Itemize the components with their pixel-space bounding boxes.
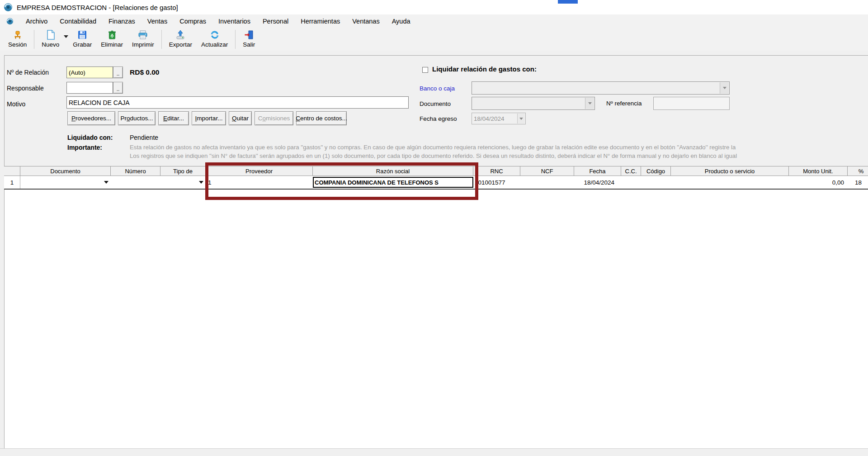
table-row: 1 1 COMPANIA DOMINICANA DE TELEFONOS S 1…	[4, 176, 868, 189]
centro-de-costos-button[interactable]: Centro de costos...	[296, 111, 347, 125]
responsable-input[interactable]	[66, 82, 113, 94]
ncf-cell[interactable]	[520, 176, 574, 189]
session-button[interactable]: Sesión	[4, 28, 31, 51]
responsable-label: Responsable	[7, 85, 44, 92]
menu-contabilidad[interactable]: Contabilidad	[60, 18, 96, 25]
tipo-de-cell[interactable]	[160, 176, 206, 189]
col-header-fecha: Fecha	[574, 166, 621, 176]
selected-cell-highlight: COMPANIA DOMINICANA DE TELEFONOS S	[313, 177, 473, 188]
proveedores-button[interactable]: Proveedores...	[67, 111, 115, 125]
menu-ayuda[interactable]: Ayuda	[392, 18, 410, 25]
itbis-pct-cell[interactable]: 18	[848, 176, 868, 189]
monto-unit-cell-value: 0,00	[832, 179, 844, 186]
importante-note-line1: Esta relación de gastos no afecta invent…	[130, 144, 868, 151]
productos-button[interactable]: Productos...	[118, 111, 156, 125]
relacion-lookup-button[interactable]: ..	[113, 66, 123, 78]
col-header-tipo-de: Tipo de	[160, 166, 206, 176]
documento-select[interactable]	[472, 97, 595, 110]
session-key-icon	[12, 29, 23, 40]
toolbar: Sesión Nuevo Grabar	[0, 28, 868, 51]
save-label: Grabar	[73, 41, 92, 48]
exit-button[interactable]: Salir	[238, 28, 259, 51]
editar-button[interactable]: Editar...	[158, 111, 189, 125]
menu-archivo[interactable]: Archivo	[26, 18, 47, 25]
new-dropdown-arrow-icon[interactable]	[64, 35, 68, 38]
importante-label: Importante:	[67, 144, 102, 151]
delete-button[interactable]: Eliminar	[96, 28, 127, 51]
banco-o-caja-label: Banco o caja	[420, 85, 455, 92]
liquidar-checkbox-label: Liquidar relación de gastos con:	[432, 65, 537, 73]
menu-ventanas[interactable]: Ventanas	[352, 18, 379, 25]
menu-herramientas[interactable]: Herramientas	[301, 18, 340, 25]
screen-artifact	[558, 0, 578, 4]
banco-dropdown-arrow-icon[interactable]	[720, 82, 729, 94]
numero-cell[interactable]	[111, 176, 160, 189]
title-bar: EMPRESA DEMOSTRACION - [Relaciones de ga…	[0, 0, 868, 14]
tipo-de-cell-dropdown-icon[interactable]	[199, 181, 203, 184]
liquidar-checkbox[interactable]	[422, 67, 428, 73]
action-button-row: Proveedores... Productos... Editar... Im…	[67, 111, 347, 125]
referencia-label: Nº referencia	[606, 100, 642, 107]
relacion-input[interactable]: (Auto)	[66, 66, 113, 78]
rnc-cell[interactable]: 101001577	[473, 176, 520, 189]
monto-unit-cell[interactable]: 0,00	[789, 176, 848, 189]
delete-trash-icon	[107, 29, 118, 40]
fecha-egreso-input[interactable]: 18/04/2024	[472, 113, 526, 124]
cc-cell[interactable]	[621, 176, 641, 189]
col-header-ncf: NCF	[520, 166, 574, 176]
refresh-icon	[209, 29, 220, 40]
razon-social-cell[interactable]: COMPANIA DOMINICANA DE TELEFONOS S	[313, 176, 473, 189]
toolbar-separator	[161, 30, 162, 49]
proveedor-cell[interactable]: 1	[206, 176, 313, 189]
exit-door-icon	[244, 29, 255, 40]
relacion-value: (Auto)	[69, 69, 85, 76]
col-header-monto-unit: Monto Unit.	[789, 166, 848, 176]
save-floppy-icon	[77, 29, 88, 40]
status-strip-border	[0, 448, 868, 449]
exit-label: Salir	[243, 41, 255, 48]
importar-button[interactable]: Importar...	[192, 111, 226, 125]
new-label: Nuevo	[42, 41, 59, 48]
col-header-codigo: Código	[641, 166, 671, 176]
save-button[interactable]: Grabar	[68, 28, 96, 51]
print-button[interactable]: Imprimir	[127, 28, 159, 51]
total-amount: RD$ 0.00	[130, 68, 159, 76]
codigo-cell[interactable]	[641, 176, 671, 189]
documento-cell-dropdown-icon[interactable]	[104, 181, 108, 184]
razon-social-cell-value: COMPANIA DOMINICANA DE TELEFONOS S	[315, 179, 439, 186]
refresh-button[interactable]: Actualizar	[197, 28, 232, 51]
new-button[interactable]: Nuevo	[37, 28, 64, 51]
app-logo-icon	[4, 3, 13, 12]
refresh-label: Actualizar	[201, 41, 228, 48]
grid-empty-area	[5, 190, 868, 449]
menu-ventas[interactable]: Ventas	[147, 18, 167, 25]
lookup-dots: ..	[117, 88, 120, 90]
menu-finanzas[interactable]: Finanzas	[108, 18, 135, 25]
relacion-label: Nº de Relación	[7, 69, 49, 76]
banco-o-caja-select[interactable]	[472, 81, 730, 95]
itbis-pct-cell-value: 18	[855, 179, 862, 186]
window-title: EMPRESA DEMOSTRACION - [Relaciones de ga…	[17, 4, 178, 11]
fecha-egreso-value: 18/04/2024	[474, 115, 505, 122]
quitar-button[interactable]: Quitar	[229, 111, 252, 125]
fecha-cell[interactable]: 18/04/2024	[574, 176, 621, 189]
col-header-producto-o-servicio: Producto o servicio	[671, 166, 789, 176]
documento-dropdown-arrow-icon[interactable]	[585, 98, 594, 109]
menu-inventarios[interactable]: Inventarios	[218, 18, 250, 25]
rnc-cell-value: 101001577	[475, 179, 505, 186]
referencia-input[interactable]	[653, 97, 730, 110]
menu-compras[interactable]: Compras	[179, 18, 206, 25]
responsable-lookup-button[interactable]: ..	[113, 82, 123, 94]
menu-personal[interactable]: Personal	[263, 18, 288, 25]
lookup-dots: ..	[117, 72, 120, 75]
importante-note-line2: Los registros que se indiquen ''sin N° d…	[130, 152, 868, 159]
documento-cell[interactable]	[20, 176, 111, 189]
producto-o-servicio-cell[interactable]	[671, 176, 789, 189]
export-button[interactable]: Exportar	[165, 28, 197, 51]
app-window: EMPRESA DEMOSTRACION - [Relaciones de ga…	[0, 0, 868, 456]
col-header-itbis-pct: %	[848, 166, 868, 176]
fecha-cell-value: 18/04/2024	[584, 179, 614, 186]
toolbar-separator	[235, 30, 236, 49]
motivo-value: RELACION DE CAJA	[69, 99, 130, 106]
motivo-input[interactable]: RELACION DE CAJA	[66, 96, 409, 109]
